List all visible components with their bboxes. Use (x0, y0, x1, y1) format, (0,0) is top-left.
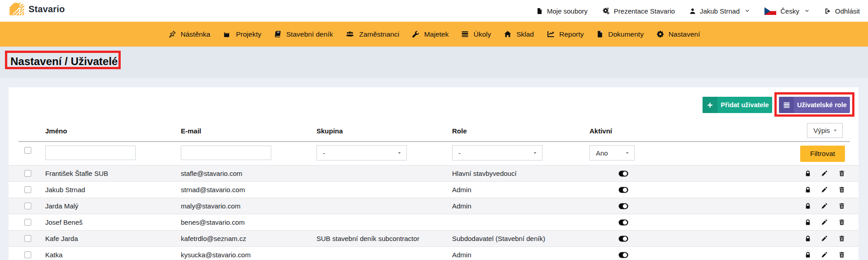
trash-icon[interactable] (838, 235, 845, 242)
cell-role: Hlavní stavbyvedoucí (452, 165, 517, 182)
listing-value: Výpis (813, 127, 830, 134)
nav-item-nastenka[interactable]: Nástěnka (168, 30, 210, 38)
nav-item-reporty[interactable]: Reporty (547, 30, 584, 38)
nav-item-sklad[interactable]: Sklad (504, 30, 534, 38)
cell-name: Josef Beneš (45, 214, 83, 231)
user-menu[interactable]: Jakub Strnad (689, 7, 750, 15)
language-menu[interactable]: Česky (764, 7, 810, 15)
nav-label: Nastavení (669, 30, 700, 38)
main-nav: Nástěnka Projekty Stavební deník Zaměstn… (0, 22, 868, 47)
lock-icon[interactable] (804, 251, 811, 259)
logout-label: Odhlásit (835, 7, 860, 15)
page-title: Nastavení / Uživatelé (10, 55, 118, 68)
user-icon (689, 8, 696, 14)
cell-email: kafetrdlo@seznam.cz (181, 231, 246, 247)
col-header-name: Jméno (45, 127, 67, 135)
group-filter-value: - (323, 149, 325, 157)
brand-logo[interactable]: Stavario (9, 2, 65, 16)
lock-icon[interactable] (804, 170, 811, 177)
nav-label: Stavební deník (286, 30, 333, 38)
filter-button[interactable]: Filtrovat (800, 146, 845, 162)
role-filter-select[interactable]: - (452, 145, 542, 161)
pencil-icon[interactable] (821, 219, 828, 226)
nav-item-majetek[interactable]: Majetek (412, 30, 448, 38)
nav-item-zamestnanci[interactable]: Zaměstnanci (345, 30, 399, 38)
caret-down-icon (533, 151, 538, 156)
name-filter-input[interactable] (45, 146, 136, 160)
table-row: Kafe Jarda kafetrdlo@seznam.cz SUB stave… (9, 230, 859, 246)
lock-icon[interactable] (804, 203, 811, 210)
row-checkbox[interactable] (24, 235, 31, 242)
my-files-link[interactable]: Moje soubory (536, 7, 588, 15)
cell-email: strnad@stavario.com (181, 182, 245, 198)
cell-role: Admin (452, 182, 472, 198)
trash-icon[interactable] (838, 170, 845, 177)
row-checkbox[interactable] (24, 251, 31, 258)
nav-label: Sklad (516, 30, 534, 38)
list-bars-icon (461, 30, 469, 38)
active-toggle[interactable] (618, 203, 628, 209)
nav-item-stavebni-denik[interactable]: Stavební deník (274, 30, 333, 38)
active-toggle[interactable] (618, 187, 628, 193)
page-header-band: Nastavení / Uživatelé (0, 47, 868, 78)
trash-icon[interactable] (838, 219, 845, 226)
group-filter-select[interactable]: - (316, 145, 407, 161)
row-checkbox[interactable] (24, 186, 31, 193)
cell-role: Admin (452, 198, 472, 214)
nav-label: Zaměstnanci (359, 30, 399, 38)
row-checkbox[interactable] (24, 203, 31, 209)
lock-icon[interactable] (804, 235, 811, 242)
caret-down-icon (833, 128, 838, 133)
active-toggle[interactable] (618, 219, 628, 226)
users-table-body: František Štafle SUB stafle@stavario.com… (9, 165, 859, 260)
pencil-icon[interactable] (821, 235, 828, 242)
gear-icon (656, 30, 664, 38)
nav-item-nastaveni[interactable]: Nastavení (656, 30, 700, 38)
active-toggle[interactable] (618, 170, 628, 177)
active-toggle[interactable] (618, 252, 628, 258)
active-toggle[interactable] (618, 236, 628, 242)
active-filter-select[interactable]: Ano (590, 145, 635, 161)
nav-item-dokumenty[interactable]: Dokumenty (596, 30, 643, 38)
add-user-button[interactable]: Přidat uživatele (703, 97, 772, 113)
pencil-icon[interactable] (821, 203, 828, 210)
nav-label: Nástěnka (181, 30, 210, 38)
nav-label: Dokumenty (608, 30, 643, 38)
col-header-role: Role (452, 127, 467, 135)
table-row: František Štafle SUB stafle@stavario.com… (9, 165, 859, 181)
language-label: Česky (780, 7, 799, 15)
cell-email: stafle@stavario.com (181, 165, 242, 182)
active-filter-value: Ano (596, 149, 608, 157)
nav-label: Majetek (424, 30, 448, 38)
trash-icon[interactable] (838, 251, 845, 259)
chart-line-icon (547, 30, 555, 38)
trash-icon[interactable] (838, 186, 845, 194)
pencil-icon[interactable] (821, 186, 828, 194)
user-roles-button[interactable]: Uživatelské role (779, 97, 850, 113)
users-card: Přidat uživatele Uživatelské role Výpis … (9, 87, 859, 260)
user-name: Jakub Strnad (700, 7, 740, 15)
thumbtack-icon (168, 30, 176, 38)
col-header-active: Aktivní (590, 127, 612, 135)
presentation-label: Prezentace Stavario (614, 7, 675, 15)
presentation-link[interactable]: Prezentace Stavario (602, 7, 675, 15)
nav-item-projekty[interactable]: Projekty (223, 30, 261, 38)
nav-item-ukoly[interactable]: Úkoly (461, 30, 491, 38)
lock-icon[interactable] (804, 219, 811, 226)
chevron-down-icon (745, 8, 750, 14)
logout-link[interactable]: Odhlásit (824, 7, 860, 15)
brand-name: Stavario (28, 4, 65, 14)
cell-role: Subdodavatel (Stavební deník) (452, 231, 545, 247)
caret-down-icon (625, 151, 630, 156)
cell-email: kysucka@stavario.com (181, 247, 250, 260)
trash-icon[interactable] (838, 203, 845, 210)
row-checkbox[interactable] (24, 219, 31, 226)
listing-select[interactable]: Výpis (807, 123, 843, 138)
file-icon (596, 30, 604, 38)
pencil-icon[interactable] (821, 251, 828, 259)
email-filter-input[interactable] (181, 146, 271, 160)
lock-icon[interactable] (804, 186, 811, 194)
row-checkbox[interactable] (24, 170, 31, 177)
pencil-icon[interactable] (821, 170, 828, 177)
select-all-checkbox[interactable] (24, 147, 31, 154)
